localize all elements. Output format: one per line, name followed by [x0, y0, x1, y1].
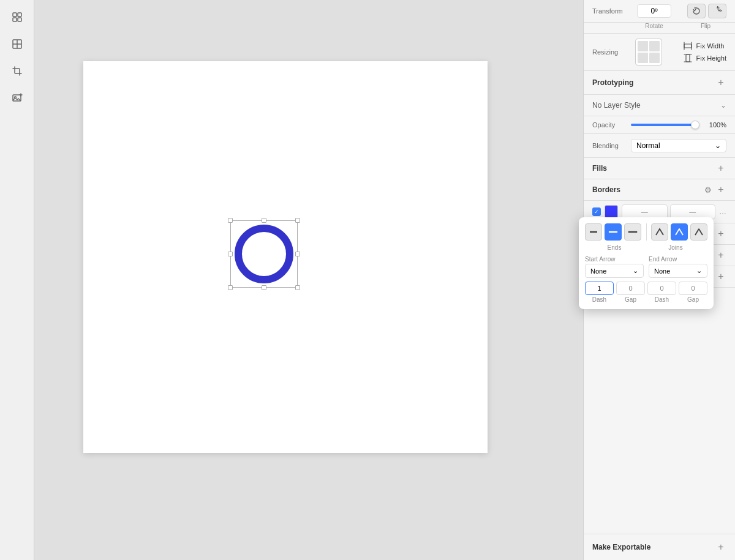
border-color-value: —	[641, 208, 648, 215]
svg-rect-0	[13, 13, 17, 17]
prototyping-section: Prototyping +	[584, 71, 735, 95]
start-arrow-select[interactable]: None ⌄	[585, 264, 644, 278]
end-arrow-label: End Arrow	[649, 256, 707, 263]
add-border-button[interactable]: +	[715, 184, 726, 195]
handle-middle-left[interactable]	[228, 252, 233, 256]
dash-label-1: Dash	[585, 296, 614, 303]
image-add-icon[interactable]	[5, 86, 29, 110]
layer-style-text: No Layer Style	[592, 101, 641, 110]
border-options-popup: Ends Joins Start Arrow None ⌄ End Arrow …	[579, 217, 714, 309]
opacity-slider[interactable]	[631, 124, 699, 126]
dash-input-1[interactable]	[585, 282, 614, 295]
join-miter-btn[interactable]	[651, 223, 668, 241]
opacity-value: 100%	[704, 121, 726, 129]
svg-rect-15	[686, 54, 690, 62]
start-arrow-chevron: ⌄	[633, 267, 638, 275]
layer-style-chevron: ⌄	[720, 101, 726, 110]
handle-top-right[interactable]	[295, 218, 300, 223]
make-exportable-label: Make Exportable	[592, 543, 650, 551]
handle-top-middle[interactable]	[262, 218, 266, 223]
resizing-options: Fix Width Fix Height	[684, 42, 726, 62]
add-export-button[interactable]: +	[715, 542, 726, 553]
fix-height-option[interactable]: Fix Height	[684, 54, 726, 62]
gap-input-2[interactable]	[679, 282, 707, 295]
cap-round-btn[interactable]	[605, 223, 622, 241]
transform-actions	[687, 4, 726, 18]
resizing-cell-br	[649, 53, 660, 63]
handle-bottom-left[interactable]	[228, 285, 233, 290]
handle-top-left[interactable]	[228, 218, 233, 223]
join-bevel-btn[interactable]	[690, 223, 707, 241]
resizing-label: Resizing	[592, 48, 629, 56]
rotate-left-btn[interactable]	[687, 4, 706, 18]
end-arrow-value: None	[654, 267, 670, 275]
blending-chevron: ⌄	[715, 141, 721, 150]
rotate-right-btn[interactable]	[708, 4, 726, 18]
end-arrow-select[interactable]: None ⌄	[649, 264, 707, 278]
resizing-cell-tr	[649, 41, 660, 51]
add-inner-shadow-button[interactable]: +	[715, 250, 726, 261]
end-arrow-col: End Arrow None ⌄	[649, 256, 707, 278]
prototyping-label: Prototyping	[592, 78, 633, 87]
gap-col-2: Gap	[679, 282, 707, 303]
handle-middle-right[interactable]	[295, 252, 300, 256]
fix-width-option[interactable]: Fix Width	[684, 42, 726, 50]
opacity-thumb[interactable]	[691, 121, 699, 129]
dash-input-2[interactable]	[647, 282, 676, 295]
transform-label: Transform	[592, 7, 632, 15]
handle-bottom-middle[interactable]	[262, 285, 266, 290]
dash-col-1: Dash	[585, 282, 614, 303]
borders-actions: ⚙ +	[704, 184, 726, 195]
fills-label: Fills	[592, 164, 607, 173]
fix-width-label: Fix Width	[696, 42, 724, 50]
svg-rect-2	[13, 18, 17, 21]
cap-flat-btn[interactable]	[585, 223, 602, 241]
resizing-cell-bl	[638, 53, 648, 63]
cap-square-btn[interactable]	[624, 223, 641, 241]
border-checkbox[interactable]: ✓	[592, 207, 601, 216]
transform-value-input[interactable]: 0º	[637, 4, 671, 18]
resizing-section: Resizing Fix Width Fix Height	[584, 34, 735, 71]
border-more-icon: …	[719, 207, 726, 216]
circle-shape-container[interactable]	[230, 220, 298, 288]
join-round-btn[interactable]	[671, 223, 688, 241]
dash-col-2: Dash	[647, 282, 676, 303]
add-gaussian-button[interactable]: +	[715, 271, 726, 282]
add-shadow-button[interactable]: +	[715, 228, 726, 239]
make-exportable-section: Make Exportable +	[584, 534, 735, 560]
resizing-cell-tl	[638, 41, 648, 51]
fix-height-label: Fix Height	[696, 54, 726, 62]
flip-sublabel: Flip	[685, 23, 726, 29]
dash-gap-row: Dash Gap Dash Gap	[585, 282, 707, 303]
joins-label: Joins	[644, 244, 707, 251]
canvas-area[interactable]	[34, 0, 583, 560]
crop-icon[interactable]	[5, 59, 29, 83]
opacity-slider-container[interactable]	[631, 124, 699, 126]
add-prototype-button[interactable]: +	[715, 77, 726, 88]
add-fill-button[interactable]: +	[715, 163, 726, 174]
handle-bottom-right[interactable]	[295, 285, 300, 290]
rotate-sublabel: Rotate	[637, 23, 671, 29]
border-width-value: —	[689, 208, 696, 215]
ends-joins-labels: Ends Joins	[585, 244, 707, 251]
dash-label-2: Dash	[647, 296, 676, 303]
ends-label: Ends	[585, 244, 644, 251]
grid-layout-icon[interactable]	[5, 5, 29, 29]
fills-section: Fills +	[584, 158, 735, 179]
borders-settings-icon[interactable]: ⚙	[704, 185, 712, 195]
selection-border	[230, 220, 298, 288]
svg-rect-12	[684, 44, 692, 48]
frame-icon[interactable]	[5, 32, 29, 56]
border-color-swatch[interactable]	[605, 205, 618, 218]
transform-section: Transform 0º	[584, 0, 735, 23]
left-toolbar	[0, 0, 34, 560]
gap-label-1: Gap	[616, 296, 645, 303]
cap-divider	[646, 223, 647, 241]
start-arrow-col: Start Arrow None ⌄	[585, 256, 644, 278]
end-arrow-chevron: ⌄	[696, 267, 702, 275]
svg-rect-3	[18, 18, 21, 21]
gap-input-1[interactable]	[616, 282, 645, 295]
layer-style-section[interactable]: No Layer Style ⌄	[584, 95, 735, 116]
resizing-box[interactable]	[635, 39, 662, 65]
blending-select[interactable]: Normal ⌄	[631, 139, 726, 152]
